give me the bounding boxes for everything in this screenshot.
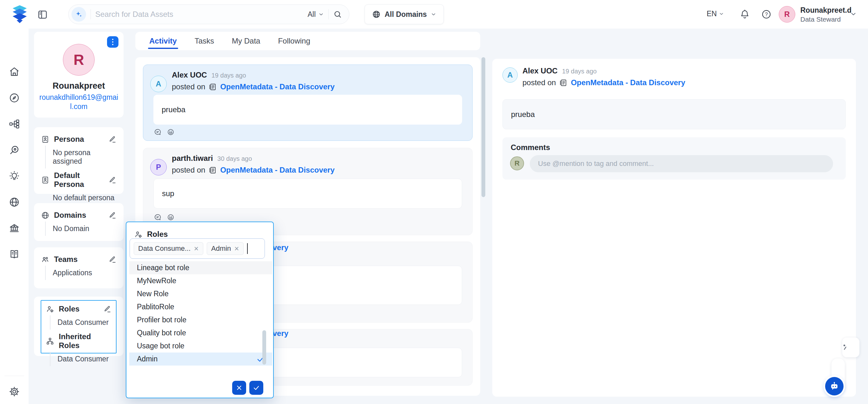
- partial-glyph-icon: [842, 343, 850, 352]
- detail-entity-link[interactable]: OpenMetadata - Data Discovery: [571, 78, 685, 87]
- selected-role-chip: Admin ✕: [207, 242, 244, 255]
- emoji-reaction-icon[interactable]: [166, 213, 175, 222]
- chatbot-button[interactable]: [825, 377, 843, 396]
- home-icon[interactable]: [8, 66, 20, 78]
- edit-teams-icon[interactable]: [108, 256, 117, 263]
- edit-roles-icon[interactable]: [103, 305, 112, 313]
- persona-icon: [41, 135, 50, 144]
- post-author[interactable]: parth.tiwari: [172, 154, 213, 163]
- domains-section: Domains No Domain: [34, 203, 124, 241]
- post-entity-link[interactable]: OpenMetadata - Data Discovery: [220, 82, 335, 91]
- role-option[interactable]: PablitoRole: [129, 300, 272, 313]
- profile-menu-button[interactable]: [107, 36, 119, 48]
- robot-icon: [829, 381, 840, 392]
- lineage-flow-icon[interactable]: [8, 118, 20, 130]
- edit-default-persona-icon[interactable]: [108, 176, 117, 184]
- reply-thread-icon[interactable]: [153, 213, 162, 222]
- edit-domains-icon[interactable]: [108, 211, 117, 219]
- teams-header: Teams: [41, 255, 117, 264]
- roles-value: Data Consumer: [50, 315, 112, 329]
- detail-avatar: A: [502, 67, 518, 83]
- post-time: 30 days ago: [217, 155, 252, 163]
- teams-value: Applications: [45, 266, 117, 280]
- role-option[interactable]: Lineage bot role: [129, 261, 272, 274]
- cancel-button[interactable]: [232, 381, 246, 395]
- sidebar-toggle-icon[interactable]: [37, 9, 48, 20]
- govern-bank-icon[interactable]: [8, 223, 20, 234]
- role-option-label: Admin: [137, 355, 158, 363]
- profile-email-link[interactable]: rounakdhillon619@gmail.com: [39, 93, 119, 111]
- feed-post[interactable]: A Alex UOC 19 days ago posted on OpenMet…: [143, 64, 473, 141]
- language-value: EN: [707, 9, 717, 18]
- edit-persona-icon[interactable]: [108, 136, 117, 143]
- options-scrollbar[interactable]: [262, 330, 266, 365]
- inherited-roles-header: Inherited Roles: [46, 332, 112, 350]
- search-icon[interactable]: [333, 10, 342, 19]
- comments-title: Comments: [511, 143, 550, 152]
- comment-input[interactable]: Use @mention to tag and comment...: [530, 155, 833, 172]
- confirm-button[interactable]: [249, 381, 263, 395]
- role-option[interactable]: MyNewRole: [129, 274, 272, 287]
- user-menu-chevron-icon[interactable]: [850, 10, 857, 18]
- domains-globe-icon[interactable]: [8, 197, 20, 208]
- all-domains-dropdown[interactable]: All Domains: [365, 4, 444, 24]
- roles-edit-popover: Roles Data Consume... ✕ Admin ✕ Lineage …: [126, 222, 274, 398]
- roles-title: Roles: [59, 305, 99, 313]
- domains-globe-icon: [41, 211, 50, 220]
- user-avatar[interactable]: R: [779, 6, 795, 23]
- settings-gear-icon[interactable]: [8, 386, 20, 397]
- comment-user-avatar: R: [510, 156, 524, 170]
- teams-section: Teams Applications: [34, 247, 124, 288]
- detail-action: posted on: [523, 78, 556, 87]
- persona-section: Persona No persona assigned Default Pers…: [34, 127, 124, 194]
- announcement-doc-icon: [208, 166, 217, 174]
- global-search-bar[interactable]: Search for Data Assets All: [68, 4, 349, 24]
- explore-compass-icon[interactable]: [8, 92, 20, 104]
- sparkle-icon: [75, 10, 83, 19]
- tab-my-data[interactable]: My Data: [232, 32, 260, 50]
- post-detail-panel: A Alex UOC 19 days ago posted on OpenMet…: [492, 59, 856, 397]
- inherited-roles-value: Data Consumer: [50, 352, 112, 366]
- emoji-reaction-icon[interactable]: [166, 128, 175, 136]
- remove-chip-icon[interactable]: ✕: [194, 246, 199, 252]
- user-role: Data Steward: [800, 16, 851, 23]
- observability-icon[interactable]: [8, 144, 20, 156]
- user-info: Rounakpreet.d Data Steward: [800, 6, 851, 23]
- post-entity-link[interactable]: OpenMetadata - Data Discovery: [220, 166, 335, 174]
- collapse-panel-tab[interactable]: [842, 338, 860, 357]
- search-input[interactable]: Search for Data Assets: [95, 10, 307, 19]
- help-icon[interactable]: ?: [761, 9, 772, 20]
- detail-author[interactable]: Alex UOC: [523, 66, 558, 75]
- notifications-bell-icon[interactable]: [739, 9, 750, 20]
- reply-thread-icon[interactable]: [153, 128, 162, 136]
- glossary-book-icon[interactable]: [8, 249, 20, 260]
- chip-label: Admin: [211, 244, 231, 253]
- language-dropdown[interactable]: EN: [707, 9, 724, 18]
- role-option[interactable]: Profiler bot role: [129, 313, 272, 326]
- role-option[interactable]: New Role: [129, 287, 272, 300]
- all-domains-label: All Domains: [384, 10, 427, 19]
- persona-title: Persona: [54, 135, 104, 144]
- default-persona-title: Default Persona: [54, 171, 104, 189]
- search-scope-dropdown[interactable]: All: [307, 10, 324, 19]
- role-option[interactable]: Usage bot role: [129, 340, 272, 352]
- roles-multiselect-input[interactable]: Data Consume... ✕ Admin ✕: [130, 238, 265, 259]
- tab-following[interactable]: Following: [278, 32, 310, 50]
- role-option-selected[interactable]: Admin: [129, 352, 272, 366]
- feed-scrollbar[interactable]: [482, 57, 485, 197]
- remove-chip-icon[interactable]: ✕: [234, 246, 239, 252]
- roles-header: Roles: [46, 305, 112, 313]
- tab-activity[interactable]: Activity: [149, 32, 177, 50]
- domains-title: Domains: [54, 211, 104, 220]
- inherited-roles-title: Inherited Roles: [59, 332, 112, 350]
- tab-tasks[interactable]: Tasks: [195, 32, 214, 50]
- ai-search-button[interactable]: [71, 7, 86, 22]
- insights-bulb-icon[interactable]: [8, 170, 20, 182]
- post-avatar: A: [150, 76, 167, 92]
- detail-time: 19 days ago: [562, 68, 597, 75]
- post-avatar: P: [150, 159, 167, 175]
- post-author[interactable]: Alex UOC: [172, 70, 207, 80]
- divider: [329, 9, 329, 19]
- role-option[interactable]: Quality bot role: [129, 326, 272, 340]
- announcement-doc-icon: [208, 83, 217, 91]
